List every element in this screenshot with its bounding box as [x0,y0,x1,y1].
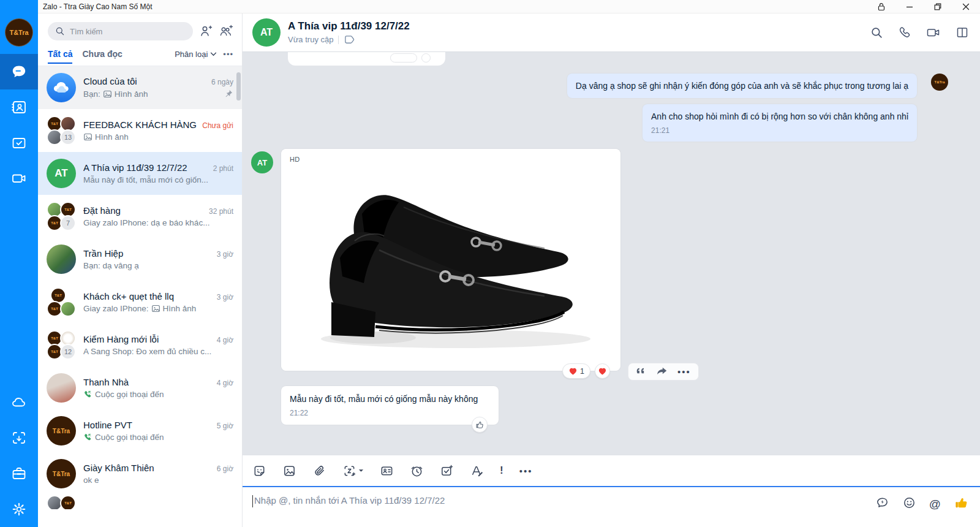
tag-icon[interactable] [344,34,355,45]
incoming-image-message[interactable]: HD [281,149,620,371]
forward-button[interactable] [656,366,668,378]
conversation-list: Cloud của tôi6 ngày Bạn:Hình ảnh T&T 13 [38,66,242,527]
message-area: Dạ vâng ạ shop sẽ ghi nhận ý kiến đóng g… [243,52,980,455]
incoming-call-icon [83,433,92,442]
heart-react-button[interactable] [595,363,610,379]
incoming-message: Mẫu này đi tốt, mẫu mới có giống mẫu này… [281,386,499,425]
tab-all[interactable]: Tất cả [48,49,72,64]
format-text-button[interactable] [470,464,484,478]
message-input[interactable] [254,495,875,506]
composer: @ [243,486,980,527]
contact-avatar [47,245,76,274]
sender-avatar[interactable]: AT [251,151,273,173]
outgoing-message: Dạ vâng ạ shop sẽ ghi nhận ý kiến đóng g… [567,74,917,98]
nav-screen-capture[interactable] [0,420,38,456]
list-item[interactable]: T&T [38,495,242,509]
message-hover-actions: ••• [628,363,699,381]
product-photo-shoes [281,149,620,371]
send-like-button[interactable] [954,495,969,513]
cloud-avatar [47,73,76,102]
restore-button[interactable] [924,0,952,13]
composer-toolbar: ! ••• [243,455,980,486]
message-time: 21:21 [651,126,908,136]
send-contact-button[interactable] [380,464,394,478]
quote-button[interactable] [636,366,646,377]
list-item[interactable]: T&TT&T Khách ck+ quẹt thẻ llq3 giờ Giay … [38,281,242,324]
lock-icon[interactable] [867,0,895,13]
conversation-sidebar: Tất cả Chưa đọc Phân loại ••• [38,13,243,527]
nav-messages[interactable] [0,54,38,89]
briefcase-icon [10,464,28,483]
chat-title: A Thía vip 11đ/39 12/7/22 [288,20,410,32]
classify-dropdown[interactable]: Phân loại [175,50,217,59]
image-icon [151,304,160,313]
seen-avatar: T&Tra [931,74,948,91]
nav-cloud[interactable] [0,385,38,420]
contact-avatar: AT [47,159,76,188]
quick-message-button[interactable] [875,496,889,512]
outgoing-message: Anh cho shop hỏi mình đi có bị rộng hơn … [643,104,917,142]
chat-icon [10,63,28,81]
user-avatar[interactable]: T&Tra [5,18,33,47]
image-icon [83,132,92,142]
member-count-badge: 13 [60,129,76,145]
chat-avatar[interactable]: AT [252,18,281,47]
emoji-button[interactable] [902,496,916,512]
list-item[interactable]: Trần Hiệp3 giờ Bạn: dạ vâng ạ [38,238,242,281]
like-react-button[interactable] [472,417,488,433]
create-group-button[interactable] [219,25,233,38]
sticker-button[interactable] [252,464,266,478]
reminder-button[interactable] [410,464,424,478]
group-avatar: T&TT&T [47,287,76,317]
nav-settings[interactable] [0,491,38,527]
window-controls [867,0,980,13]
create-task-button[interactable] [440,464,454,478]
chevron-down-icon [210,52,217,56]
search-input[interactable] [70,27,186,36]
nav-todo[interactable] [0,125,38,161]
message-more-button[interactable]: ••• [677,366,691,377]
toolbar-more-button[interactable]: ••• [519,466,533,476]
nav-toolkit[interactable] [0,456,38,491]
pin-icon [224,89,233,100]
caret-down-icon [358,469,364,472]
list-item[interactable]: T&TT&T 12 Kiểm Hàng mới lỗi4 giờ A Sang … [38,324,242,366]
list-item[interactable]: T&TT&T 7 Đặt hàng32 phút Giay zalo IPhon… [38,195,242,238]
reaction-count-pill[interactable]: 1 [562,363,590,379]
close-button[interactable] [952,0,980,13]
nav-rail: T&Tra [0,0,38,527]
list-item[interactable]: T&T 13 FEEDBACK KHÁCH HÀNGChưa gửi Hình … [38,109,242,152]
chat-status: Vừa truy cập [288,35,333,44]
mention-button[interactable]: @ [929,498,941,511]
todo-icon [10,134,28,152]
nav-contacts[interactable] [0,89,38,125]
send-image-button[interactable] [282,464,296,478]
image-icon [103,89,112,99]
sidebar-scrollbar[interactable] [236,72,241,100]
priority-button[interactable]: ! [500,464,503,477]
capture-icon [10,429,28,447]
search-icon [55,26,65,36]
video-call-button[interactable] [926,26,941,39]
minimize-button[interactable] [895,0,924,13]
group-avatar: T&TT&T 12 [47,330,76,360]
screenshot-button[interactable] [342,464,364,478]
list-item-selected[interactable]: AT A Thía vip 11đ/39 12/7/222 phút Mẫu n… [38,152,242,195]
search-input-wrap [48,22,193,40]
add-friend-button[interactable] [199,25,213,38]
tab-unread[interactable]: Chưa đọc [82,49,122,64]
contact-avatar [47,373,76,403]
voice-call-button[interactable] [898,26,911,39]
list-item[interactable]: T&Tra Hotline PVT5 giờ Cuộc gọi thoại đế… [38,409,242,452]
list-item[interactable]: Cloud của tôi6 ngày Bạn:Hình ảnh [38,66,242,109]
hd-badge: HD [290,156,300,163]
nav-video-call[interactable] [0,161,38,196]
list-more-button[interactable]: ••• [223,50,233,59]
zalo-window: Zalo - Ttra Giày Cao Nam Số Một T&Tra [0,0,980,527]
toggle-info-panel-button[interactable] [956,26,969,39]
list-item[interactable]: Thanh Nhà4 giờ Cuộc gọi thoại đến [38,366,242,409]
member-count-badge: 7 [60,215,76,231]
search-messages-button[interactable] [870,26,883,39]
attach-file-button[interactable] [312,464,326,478]
list-item[interactable]: T&Tra Giày Khâm Thiên6 giờ ok e [38,452,242,495]
